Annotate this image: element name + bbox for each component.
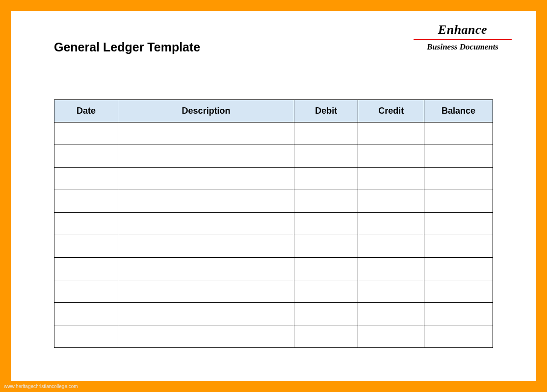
- table-row: [54, 258, 493, 280]
- cell-balance: [424, 145, 493, 168]
- cell-balance: [424, 235, 493, 258]
- cell-date: [54, 190, 118, 213]
- cell-debit: [294, 190, 358, 213]
- cell-debit: [294, 325, 358, 348]
- cell-debit: [294, 122, 358, 145]
- cell-date: [54, 325, 118, 348]
- table-row: [54, 145, 493, 168]
- table-row: [54, 280, 493, 303]
- cell-date: [54, 303, 118, 325]
- cell-credit: [358, 145, 424, 168]
- page-title: General Ledger Template: [54, 40, 200, 54]
- header-row: General Ledger Template Enhance Business…: [39, 26, 508, 54]
- table-row: [54, 235, 493, 258]
- cell-description: [118, 190, 294, 213]
- cell-balance: [424, 258, 493, 280]
- document-frame: General Ledger Template Enhance Business…: [0, 0, 547, 392]
- cell-credit: [358, 122, 424, 145]
- table-row: [54, 122, 493, 145]
- cell-credit: [358, 280, 424, 303]
- ledger-table: Date Description Debit Credit Balance: [54, 99, 493, 348]
- cell-debit: [294, 168, 358, 190]
- cell-balance: [424, 168, 493, 190]
- cell-date: [54, 235, 118, 258]
- cell-date: [54, 258, 118, 280]
- cell-debit: [294, 280, 358, 303]
- cell-debit: [294, 213, 358, 235]
- cell-description: [118, 122, 294, 145]
- cell-balance: [424, 190, 493, 213]
- cell-balance: [424, 122, 493, 145]
- table-row: [54, 213, 493, 235]
- cell-credit: [358, 168, 424, 190]
- cell-description: [118, 258, 294, 280]
- cell-credit: [358, 213, 424, 235]
- cell-date: [54, 145, 118, 168]
- brand-underline: [414, 39, 512, 40]
- cell-balance: [424, 280, 493, 303]
- col-header-description: Description: [118, 100, 294, 122]
- table-body: [54, 122, 493, 348]
- cell-date: [54, 122, 118, 145]
- cell-credit: [358, 190, 424, 213]
- cell-date: [54, 213, 118, 235]
- cell-description: [118, 280, 294, 303]
- cell-credit: [358, 325, 424, 348]
- cell-description: [118, 145, 294, 168]
- col-header-date: Date: [54, 100, 118, 122]
- cell-balance: [424, 325, 493, 348]
- cell-date: [54, 168, 118, 190]
- cell-description: [118, 303, 294, 325]
- cell-balance: [424, 303, 493, 325]
- col-header-balance: Balance: [424, 100, 493, 122]
- cell-credit: [358, 303, 424, 325]
- brand-subtitle: Business Documents: [414, 42, 512, 52]
- table-row: [54, 190, 493, 213]
- cell-debit: [294, 145, 358, 168]
- cell-debit: [294, 258, 358, 280]
- col-header-credit: Credit: [358, 100, 424, 122]
- cell-debit: [294, 235, 358, 258]
- cell-credit: [358, 235, 424, 258]
- brand-name: Enhance: [414, 23, 512, 37]
- cell-balance: [424, 213, 493, 235]
- table-row: [54, 168, 493, 190]
- cell-date: [54, 280, 118, 303]
- watermark-text: www.heritagechristiancollege.com: [4, 384, 78, 389]
- cell-debit: [294, 303, 358, 325]
- table-row: [54, 325, 493, 348]
- table-row: [54, 303, 493, 325]
- cell-description: [118, 168, 294, 190]
- brand-box: Enhance Business Documents: [414, 23, 512, 52]
- table-header-row: Date Description Debit Credit Balance: [54, 100, 493, 122]
- cell-description: [118, 213, 294, 235]
- cell-credit: [358, 258, 424, 280]
- cell-description: [118, 235, 294, 258]
- col-header-debit: Debit: [294, 100, 358, 122]
- cell-description: [118, 325, 294, 348]
- document-page: General Ledger Template Enhance Business…: [11, 11, 536, 381]
